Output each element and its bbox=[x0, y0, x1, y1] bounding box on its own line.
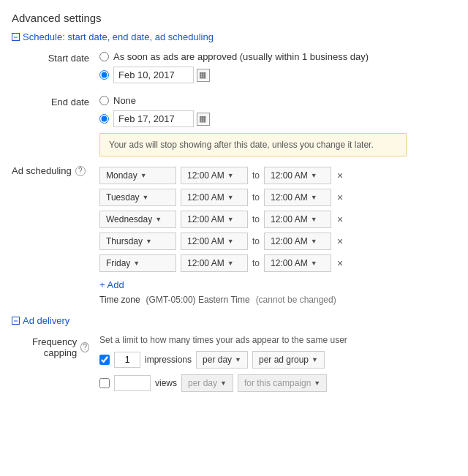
time-to-arrow-thursday: ▼ bbox=[311, 238, 317, 245]
end-date-warning: Your ads will stop showing after this da… bbox=[99, 133, 407, 156]
time-from-dropdown-monday[interactable]: 12:00 AM ▼ bbox=[181, 167, 248, 184]
time-from-dropdown-thursday[interactable]: 12:00 AM ▼ bbox=[181, 233, 248, 250]
end-date-none-option[interactable]: None bbox=[99, 95, 456, 106]
remove-wednesday-button[interactable]: × bbox=[336, 214, 344, 225]
start-date-label: Start date bbox=[12, 51, 99, 64]
schedule-row-friday: Friday ▼ 12:00 AM ▼ to 12:00 AM ▼ × bbox=[99, 254, 456, 272]
day-dropdown-thursday[interactable]: Thursday ▼ bbox=[99, 233, 176, 250]
time-to-value-wednesday: 12:00 AM bbox=[271, 214, 308, 224]
time-to-dropdown-monday[interactable]: 12:00 AM ▼ bbox=[264, 167, 331, 184]
per-day-dropdown[interactable]: per day ▼ bbox=[196, 351, 248, 369]
day-dropdown-friday[interactable]: Friday ▼ bbox=[99, 254, 176, 272]
per-day-views-dropdown[interactable]: per day ▼ bbox=[181, 374, 233, 392]
for-campaign-dropdown[interactable]: for this campaign ▼ bbox=[238, 374, 327, 392]
time-from-dropdown-tuesday[interactable]: 12:00 AM ▼ bbox=[181, 189, 248, 206]
per-ad-group-arrow: ▼ bbox=[312, 356, 318, 363]
impressions-count-input[interactable] bbox=[114, 352, 140, 368]
schedule-row-wednesday: Wednesday ▼ 12:00 AM ▼ to 12:00 AM ▼ × bbox=[99, 211, 456, 228]
time-to-arrow-tuesday: ▼ bbox=[311, 194, 317, 201]
per-ad-group-value: per ad group bbox=[259, 355, 309, 365]
timezone-note: (cannot be changed) bbox=[256, 295, 336, 305]
collapse-delivery-icon[interactable] bbox=[12, 317, 20, 325]
impressions-checkbox[interactable] bbox=[99, 355, 110, 365]
day-arrow-monday: ▼ bbox=[140, 172, 147, 179]
per-ad-group-dropdown[interactable]: per ad group ▼ bbox=[252, 351, 325, 369]
to-label-thursday: to bbox=[252, 236, 260, 246]
to-label-tuesday: to bbox=[252, 192, 260, 203]
schedule-section-header[interactable]: Schedule: start date, end date, ad sched… bbox=[12, 31, 456, 42]
time-to-dropdown-wednesday[interactable]: 12:00 AM ▼ bbox=[264, 211, 331, 228]
frequency-help-icon[interactable]: ? bbox=[80, 342, 89, 352]
to-label-wednesday: to bbox=[252, 214, 260, 224]
schedule-row-thursday: Thursday ▼ 12:00 AM ▼ to 12:00 AM ▼ × bbox=[99, 233, 456, 250]
time-from-dropdown-wednesday[interactable]: 12:00 AM ▼ bbox=[181, 211, 248, 228]
end-date-specific-radio[interactable] bbox=[99, 114, 109, 124]
schedule-row-tuesday: Tuesday ▼ 12:00 AM ▼ to 12:00 AM ▼ × bbox=[99, 189, 456, 206]
remove-monday-button[interactable]: × bbox=[336, 170, 344, 181]
start-date-specific-radio[interactable] bbox=[99, 70, 109, 80]
time-from-dropdown-friday[interactable]: 12:00 AM ▼ bbox=[181, 254, 248, 272]
day-value-friday: Friday bbox=[106, 258, 130, 268]
start-date-input[interactable] bbox=[113, 67, 194, 83]
time-to-value-monday: 12:00 AM bbox=[271, 170, 308, 181]
frequency-capping-label: Frequency capping bbox=[12, 336, 77, 358]
start-date-asap-label: As soon as ads are approved (usually wit… bbox=[113, 51, 369, 62]
to-label-monday: to bbox=[252, 170, 260, 181]
time-to-dropdown-thursday[interactable]: 12:00 AM ▼ bbox=[264, 233, 331, 250]
remove-thursday-button[interactable]: × bbox=[336, 235, 344, 247]
per-day-views-arrow: ▼ bbox=[220, 379, 227, 387]
time-from-value-thursday: 12:00 AM bbox=[187, 236, 224, 246]
time-to-arrow-friday: ▼ bbox=[311, 260, 317, 267]
start-date-row: Start date As soon as ads are approved (… bbox=[12, 51, 456, 88]
day-dropdown-tuesday[interactable]: Tuesday ▼ bbox=[99, 189, 176, 206]
to-label-friday: to bbox=[252, 258, 260, 268]
time-to-value-thursday: 12:00 AM bbox=[271, 236, 308, 246]
per-day-value: per day bbox=[203, 355, 232, 365]
views-row: views per day ▼ for this campaign ▼ bbox=[99, 374, 456, 392]
timezone-row: Time zone (GMT-05:00) Eastern Time (cann… bbox=[99, 295, 456, 305]
remove-friday-button[interactable]: × bbox=[336, 257, 344, 269]
views-count-input[interactable] bbox=[114, 375, 151, 391]
day-dropdown-wednesday[interactable]: Wednesday ▼ bbox=[99, 211, 176, 228]
ad-scheduling-help-icon[interactable]: ? bbox=[75, 166, 86, 176]
start-date-asap-option[interactable]: As soon as ads are approved (usually wit… bbox=[99, 51, 456, 62]
frequency-capping-label-cell: Frequency capping ? bbox=[12, 335, 99, 358]
day-value-tuesday: Tuesday bbox=[106, 192, 140, 203]
start-date-asap-radio[interactable] bbox=[99, 52, 109, 61]
end-date-input[interactable] bbox=[113, 110, 194, 127]
start-date-specific-option[interactable] bbox=[99, 67, 456, 83]
delivery-section-label: Ad delivery bbox=[23, 315, 69, 326]
timezone-label: Time zone bbox=[99, 295, 140, 305]
ad-scheduling-row: Ad scheduling ? Monday ▼ 12:00 AM ▼ to 1… bbox=[12, 164, 456, 305]
day-value-thursday: Thursday bbox=[106, 236, 143, 246]
time-from-arrow-thursday: ▼ bbox=[227, 238, 234, 245]
delivery-section-header[interactable]: Ad delivery bbox=[12, 315, 456, 326]
day-arrow-friday: ▼ bbox=[133, 260, 140, 267]
end-date-content: None Your ads will stop showing after th… bbox=[99, 95, 456, 156]
start-date-calendar-icon[interactable] bbox=[197, 69, 210, 82]
time-to-dropdown-tuesday[interactable]: 12:00 AM ▼ bbox=[264, 189, 331, 206]
warning-text: Your ads will stop showing after this da… bbox=[109, 140, 374, 150]
end-date-none-label: None bbox=[113, 95, 136, 106]
timezone-value: (GMT-05:00) Eastern Time bbox=[146, 295, 250, 305]
impressions-row: impressions per day ▼ per ad group ▼ bbox=[99, 351, 456, 369]
schedule-row-monday: Monday ▼ 12:00 AM ▼ to 12:00 AM ▼ × bbox=[99, 167, 456, 184]
collapse-schedule-icon[interactable] bbox=[12, 33, 20, 41]
end-date-none-radio[interactable] bbox=[99, 96, 109, 105]
time-to-value-friday: 12:00 AM bbox=[271, 258, 308, 268]
time-from-value-friday: 12:00 AM bbox=[187, 258, 224, 268]
day-dropdown-monday[interactable]: Monday ▼ bbox=[99, 167, 176, 184]
freq-description: Set a limit to how many times your ads a… bbox=[99, 335, 392, 345]
impressions-label: impressions bbox=[145, 355, 192, 365]
end-date-specific-option[interactable] bbox=[99, 110, 456, 127]
views-label: views bbox=[155, 378, 177, 388]
for-campaign-value: for this campaign bbox=[244, 378, 311, 388]
time-to-dropdown-friday[interactable]: 12:00 AM ▼ bbox=[264, 254, 331, 272]
remove-tuesday-button[interactable]: × bbox=[336, 192, 344, 203]
schedule-rows: Monday ▼ 12:00 AM ▼ to 12:00 AM ▼ × Tues… bbox=[99, 167, 456, 272]
end-date-calendar-icon[interactable] bbox=[197, 113, 210, 126]
add-schedule-link[interactable]: + Add bbox=[99, 279, 124, 290]
views-checkbox[interactable] bbox=[99, 378, 110, 388]
time-from-value-wednesday: 12:00 AM bbox=[187, 214, 224, 224]
ad-scheduling-content: Monday ▼ 12:00 AM ▼ to 12:00 AM ▼ × Tues… bbox=[99, 164, 456, 305]
